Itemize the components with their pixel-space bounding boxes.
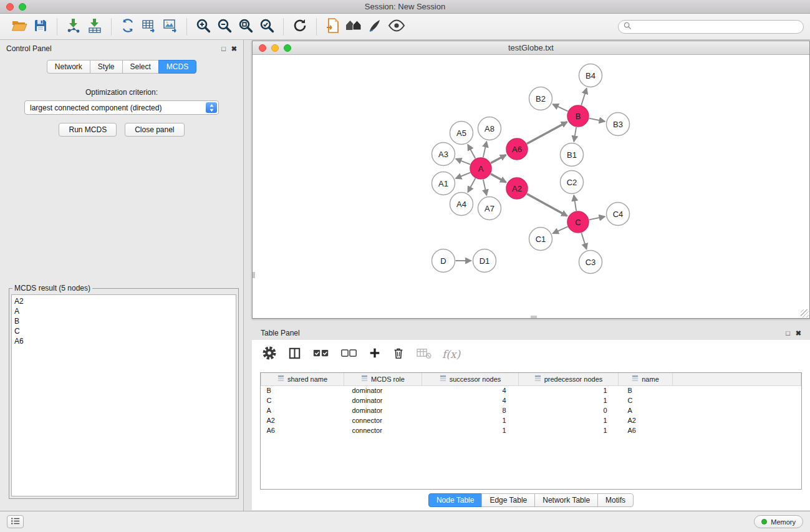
graph-edge-A-A5[interactable] <box>468 145 475 158</box>
tab-node-table[interactable]: Node Table <box>428 493 483 507</box>
close-panel-icon[interactable]: ✖ <box>231 46 237 52</box>
result-item[interactable]: A6 <box>14 336 236 346</box>
network-window-titlebar[interactable]: testGlobe.txt <box>253 41 809 55</box>
show-hide-button[interactable] <box>386 16 407 37</box>
table-row[interactable]: Cdominator41C <box>261 395 801 405</box>
cell-MCDS-role[interactable]: dominator <box>344 385 422 395</box>
cell-predecessor-nodes[interactable]: 1 <box>519 415 619 425</box>
cell-successor-nodes[interactable]: 4 <box>422 395 519 405</box>
annotation-button[interactable] <box>365 16 386 37</box>
tab-network-table[interactable]: Network Table <box>534 493 598 507</box>
result-item[interactable]: A2 <box>14 296 236 306</box>
network-canvas[interactable]: AA1A2A3A4A5A6A7A8BB1B2B3B4CC1C2C3C4DD1 <box>253 55 809 318</box>
cell-name[interactable]: A6 <box>619 425 673 435</box>
float-panel-icon[interactable]: □ <box>221 46 226 52</box>
graph-edge-C-C1[interactable] <box>553 226 568 233</box>
graph-node-A6[interactable]: A6 <box>506 138 528 160</box>
show-columns-button[interactable] <box>287 346 302 363</box>
cell-name[interactable]: C <box>619 395 673 405</box>
graph-edge-A-A7[interactable] <box>483 180 487 195</box>
cell-predecessor-nodes[interactable]: 1 <box>519 385 619 395</box>
cell-name[interactable]: A <box>619 405 673 415</box>
graph-edge-B-B1[interactable] <box>574 127 576 142</box>
column-header-mcds-role[interactable]: MCDS role <box>344 373 422 385</box>
cell-shared-name[interactable]: A <box>261 405 344 415</box>
graph-edge-B-B2[interactable] <box>553 104 568 111</box>
graph-node-C4[interactable]: C4 <box>607 203 630 226</box>
column-header-successor-nodes[interactable]: successor nodes <box>422 373 519 385</box>
open-session-button[interactable] <box>9 16 30 37</box>
tab-network[interactable]: Network <box>47 60 90 74</box>
delete-column-button[interactable] <box>392 346 405 362</box>
result-item[interactable]: C <box>14 326 236 336</box>
cell-successor-nodes[interactable]: 1 <box>422 415 519 425</box>
memory-button[interactable]: Memory <box>754 515 803 528</box>
graph-node-A4[interactable]: A4 <box>450 193 473 216</box>
import-network-button[interactable] <box>63 16 84 37</box>
import-table-button[interactable] <box>84 16 105 37</box>
graph-edge-A-A1[interactable] <box>456 173 470 178</box>
cell-shared-name[interactable]: C <box>261 395 344 405</box>
tab-motifs[interactable]: Motifs <box>597 493 634 507</box>
resize-grip[interactable] <box>801 309 809 317</box>
column-header-name[interactable]: name <box>619 373 673 385</box>
cell-shared-name[interactable]: A6 <box>261 425 344 435</box>
export-network-button[interactable] <box>117 16 138 37</box>
network-close-traffic-light[interactable] <box>259 44 266 52</box>
column-header-shared-name[interactable]: shared name <box>261 373 344 385</box>
cell-predecessor-nodes[interactable]: 1 <box>519 425 619 435</box>
graph-node-B2[interactable]: B2 <box>529 87 552 110</box>
network-zoom-traffic-light[interactable] <box>284 44 291 52</box>
cell-predecessor-nodes[interactable]: 0 <box>519 405 619 415</box>
export-table-button[interactable] <box>138 16 160 37</box>
graph-edge-B-B3[interactable] <box>589 118 605 122</box>
export-image-button[interactable] <box>160 16 181 37</box>
table-row[interactable]: Adominator80A <box>261 405 801 415</box>
search-input[interactable] <box>635 22 798 31</box>
zoom-selected-button[interactable] <box>256 16 277 37</box>
close-table-panel-icon[interactable]: ✖ <box>796 330 801 337</box>
graph-edge-B-B4[interactable] <box>581 89 586 105</box>
result-item[interactable]: A <box>14 306 236 316</box>
graph-node-B3[interactable]: B3 <box>607 113 630 136</box>
float-table-panel-icon[interactable]: □ <box>786 330 790 337</box>
tab-style[interactable]: Style <box>90 60 123 74</box>
cell-MCDS-role[interactable]: connector <box>344 425 422 435</box>
home-button[interactable] <box>344 16 365 37</box>
cell-MCDS-role[interactable]: connector <box>344 415 422 425</box>
graph-node-A3[interactable]: A3 <box>432 143 455 166</box>
graph-node-B1[interactable]: B1 <box>561 143 584 167</box>
report-button[interactable] <box>322 16 344 37</box>
graph-node-A5[interactable]: A5 <box>450 122 473 145</box>
function-builder-button[interactable]: f(x) <box>442 348 460 360</box>
cell-shared-name[interactable]: A2 <box>261 415 344 425</box>
graph-node-D[interactable]: D <box>432 249 455 273</box>
task-history-button[interactable] <box>7 515 24 528</box>
graph-edge-C-C2[interactable] <box>574 195 576 211</box>
deselect-all-button[interactable] <box>340 347 358 362</box>
network-minimize-traffic-light[interactable] <box>271 44 279 52</box>
tab-select[interactable]: Select <box>122 60 159 74</box>
graph-node-B4[interactable]: B4 <box>579 64 602 87</box>
graph-node-C1[interactable]: C1 <box>529 228 552 251</box>
optimization-criterion-dropdown[interactable]: largest connected component (directed) <box>24 100 219 115</box>
graph-edge-A2-C[interactable] <box>527 194 567 216</box>
cell-MCDS-role[interactable]: dominator <box>344 405 422 415</box>
graph-node-C2[interactable]: C2 <box>561 171 584 194</box>
cell-successor-nodes[interactable]: 4 <box>422 385 519 395</box>
add-column-button[interactable] <box>369 347 381 362</box>
graph-edge-A-A6[interactable] <box>491 155 506 163</box>
table-row[interactable]: A2connector11A2 <box>261 415 801 425</box>
graph-node-C[interactable]: C <box>567 211 589 233</box>
cell-predecessor-nodes[interactable]: 1 <box>519 395 619 405</box>
graph-node-A[interactable]: A <box>470 158 491 179</box>
graph-node-A7[interactable]: A7 <box>478 197 501 220</box>
graph-node-C3[interactable]: C3 <box>579 251 602 274</box>
delete-table-button[interactable] <box>416 347 432 362</box>
graph-node-D1[interactable]: D1 <box>473 249 496 273</box>
graph-edge-A-A3[interactable] <box>456 159 470 165</box>
cell-name[interactable]: A2 <box>619 415 673 425</box>
close-panel-button[interactable]: Close panel <box>125 123 184 137</box>
table-row[interactable]: A6connector11A6 <box>261 425 801 435</box>
graph-edge-A-A8[interactable] <box>483 142 487 157</box>
